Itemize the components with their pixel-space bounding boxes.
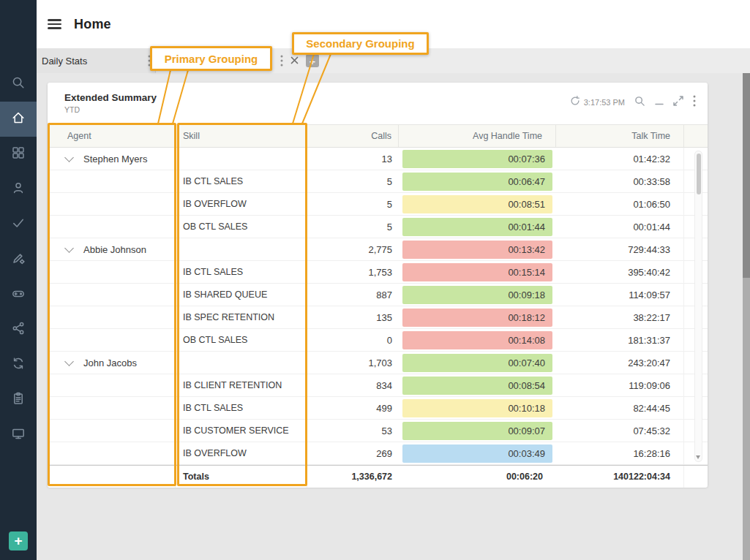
table-scrollbar[interactable] xyxy=(694,151,702,462)
cell-avg-handle-time: 00:07:36 xyxy=(399,148,556,170)
sidebar-item-people[interactable] xyxy=(0,172,37,207)
aht-badge: 00:10:18 xyxy=(402,399,552,417)
cell-avg-handle-time: 00:06:47 xyxy=(399,170,556,192)
sidebar-item-monitor[interactable] xyxy=(0,417,37,453)
cell-agent xyxy=(48,374,176,396)
cell-talk-time: 16:28:16 xyxy=(556,442,684,464)
cell-calls: 1,753 xyxy=(307,261,399,283)
secondary-grouping-callout: Secondary Grouping xyxy=(292,32,429,55)
column-header-agent[interactable]: Agent xyxy=(48,125,176,147)
cell-avg-handle-time: 00:15:14 xyxy=(399,261,556,283)
tab-label: Daily Stats xyxy=(42,56,87,67)
cell-avg-handle-time: 00:10:18 xyxy=(399,397,556,419)
aht-badge: 00:09:07 xyxy=(402,422,552,440)
add-tab-button[interactable]: + xyxy=(306,54,319,67)
cell-avg-handle-time: 00:13:42 xyxy=(399,238,556,260)
table-row[interactable]: IB CLIENT RETENTION 834 00:08:54 119:09:… xyxy=(48,374,708,397)
cell-agent: Stephen Myers xyxy=(48,148,176,170)
tab-daily-stats[interactable]: Daily Stats xyxy=(37,48,156,73)
cell-agent xyxy=(48,397,176,419)
table-row[interactable]: OB CTL SALES 5 00:01:44 00:01:44 xyxy=(48,216,708,238)
table-row[interactable]: John Jacobs 1,703 00:07:40 243:20:47 xyxy=(48,352,708,374)
cell-agent xyxy=(48,329,176,351)
sidebar-add-button[interactable]: + xyxy=(9,531,28,550)
sidebar-item-compose[interactable] xyxy=(0,242,37,277)
cell-calls: 887 xyxy=(307,284,399,306)
table-row[interactable]: IB OVERFLOW 269 00:03:49 16:28:16 xyxy=(48,442,708,465)
cell-avg-handle-time: 00:14:08 xyxy=(399,329,556,351)
sidebar-item-dashboard[interactable] xyxy=(0,137,37,172)
cell-talk-time: 00:01:44 xyxy=(556,216,684,238)
sidebar-item-home[interactable] xyxy=(0,102,37,137)
sidebar-item-tasks[interactable] xyxy=(0,207,37,242)
table-row[interactable]: IB CTL SALES 499 00:10:18 82:44:45 xyxy=(48,397,708,420)
cell-agent xyxy=(48,216,176,238)
cell-calls: 5 xyxy=(307,193,399,215)
panel-search-icon[interactable] xyxy=(634,96,645,110)
table-row[interactable]: IB CTL SALES 1,753 00:15:14 395:40:42 xyxy=(48,261,708,284)
cell-avg-handle-time: 00:09:07 xyxy=(399,420,556,442)
pencil-gear-icon xyxy=(11,251,26,268)
aht-badge: 00:07:36 xyxy=(402,150,552,168)
column-header-avg-handle-time[interactable]: Avg Handle Time xyxy=(399,125,556,147)
table-scrollbar-thumb[interactable] xyxy=(697,154,701,194)
table-row[interactable]: Stephen Myers 13 00:07:36 01:42:32 xyxy=(48,148,708,170)
column-header-calls[interactable]: Calls xyxy=(307,125,399,147)
refresh-icon[interactable] xyxy=(570,96,580,109)
primary-grouping-callout: Primary Grouping xyxy=(150,46,272,71)
dashboard-grid-icon xyxy=(11,145,26,163)
cell-skill xyxy=(176,148,307,170)
table-row[interactable]: IB OVERFLOW 5 00:08:51 01:06:50 xyxy=(48,193,708,216)
table-row[interactable]: OB CTL SALES 0 00:14:08 181:31:37 xyxy=(48,329,708,352)
close-tab-icon[interactable] xyxy=(290,54,299,67)
table-row[interactable]: Abbie Johnson 2,775 00:13:42 729:44:33 xyxy=(48,238,708,261)
sidebar-item-search[interactable] xyxy=(0,67,37,102)
column-header-skill[interactable]: Skill xyxy=(176,125,307,147)
cell-skill: OB CTL SALES xyxy=(176,216,307,238)
cell-skill: IB CTL SALES xyxy=(176,261,307,283)
table-row[interactable]: IB CUSTOMER SERVICE 53 00:09:07 07:45:32 xyxy=(48,420,708,442)
panel-subtitle: YTD xyxy=(64,105,157,114)
table-row[interactable]: IB SHARED QUEUE 887 00:09:18 114:09:57 xyxy=(48,284,708,306)
aht-badge: 00:01:44 xyxy=(402,218,552,236)
column-header-talk-time[interactable]: Talk Time xyxy=(556,125,684,147)
sidebar-item-reports[interactable] xyxy=(0,382,37,417)
page-scrollbar[interactable] xyxy=(743,73,750,560)
chevron-down-icon[interactable] xyxy=(64,357,74,366)
cell-talk-time: 82:44:45 xyxy=(556,397,684,419)
hamburger-menu-icon[interactable] xyxy=(48,17,61,31)
cell-skill: IB OVERFLOW xyxy=(176,193,307,215)
table-row[interactable]: IB SPEC RETENTION 135 00:18:12 38:22:17 xyxy=(48,306,708,329)
totals-label: Totals xyxy=(176,466,307,488)
scroll-down-icon[interactable] xyxy=(696,455,700,459)
search-icon xyxy=(11,75,26,93)
cell-agent xyxy=(48,284,176,306)
aht-badge: 00:09:18 xyxy=(402,286,552,304)
sync-arrows-icon xyxy=(11,356,26,374)
chevron-down-icon[interactable] xyxy=(64,243,74,253)
cell-avg-handle-time: 00:07:40 xyxy=(399,352,556,374)
page-scrollbar-thumb[interactable] xyxy=(743,73,750,278)
monitor-icon xyxy=(11,426,26,444)
agent-name: Abbie Johnson xyxy=(83,244,146,255)
game-controller-icon xyxy=(11,286,26,303)
totals-row: Totals 1,336,672 00:06:20 140122:04:34 xyxy=(48,465,708,488)
sidebar-item-sync[interactable] xyxy=(0,347,37,382)
cell-skill: IB SHARED QUEUE xyxy=(176,284,307,306)
cell-agent xyxy=(48,442,176,464)
aht-badge: 00:13:42 xyxy=(402,241,552,259)
cell-agent: John Jacobs xyxy=(48,352,176,374)
chevron-down-icon[interactable] xyxy=(64,153,74,162)
sidebar-item-games[interactable] xyxy=(0,277,37,312)
checkmark-icon xyxy=(11,216,26,233)
cell-calls: 13 xyxy=(307,148,399,170)
cell-skill: OB CTL SALES xyxy=(176,329,307,351)
sidebar-item-share[interactable] xyxy=(0,312,37,347)
table-row[interactable]: IB CTL SALES 5 00:06:47 00:33:58 xyxy=(48,170,708,193)
tabstrip-menu-icon[interactable] xyxy=(280,55,283,67)
cell-calls: 0 xyxy=(307,329,399,351)
panel-toolbar: 3:17:53 PM xyxy=(570,95,696,110)
expand-icon[interactable] xyxy=(673,96,683,109)
panel-menu-icon[interactable] xyxy=(693,95,696,110)
minimize-icon[interactable] xyxy=(655,96,664,109)
